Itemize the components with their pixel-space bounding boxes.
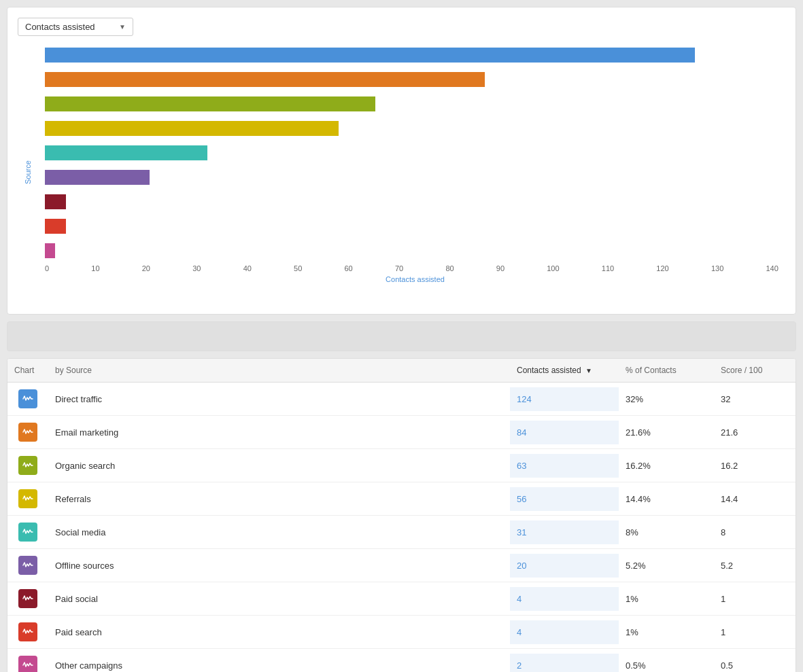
table-row: Other campaigns20.5%0.5 <box>7 649 796 672</box>
dropdown-label: Contacts assisted <box>25 22 95 32</box>
x-axis-tick: 40 <box>243 264 252 272</box>
source-name-cell: Paid social <box>48 587 510 611</box>
x-axis-tick: 100 <box>547 264 559 272</box>
chart-icon-cell <box>7 649 48 672</box>
table-row: Social media318%8 <box>7 516 796 549</box>
score-cell: 32 <box>714 387 796 411</box>
x-axis-tick: 50 <box>294 264 302 272</box>
score-cell: 1 <box>714 587 796 611</box>
percent-cell: 32% <box>619 387 714 411</box>
source-name-cell: Paid search <box>48 620 510 644</box>
x-axis-tick: 0 <box>45 264 49 272</box>
table-panel: Chart by Source Contacts assisted ▼ % of… <box>7 358 796 672</box>
table-row: Offline sources205.2%5.2 <box>7 549 796 582</box>
percent-cell: 14.4% <box>619 487 714 511</box>
y-axis-label: Source <box>24 164 32 184</box>
percent-cell: 21.6% <box>619 421 714 444</box>
percent-cell: 1% <box>619 620 714 644</box>
table-row: Referrals5614.4%14.4 <box>7 482 796 516</box>
source-icon <box>18 489 37 508</box>
chart-icon-cell <box>7 549 48 582</box>
score-cell: 16.2 <box>714 454 796 478</box>
table-row: Direct traffic12432%32 <box>7 383 796 416</box>
bar-row <box>45 118 779 139</box>
table-row: Paid social41%1 <box>7 582 796 616</box>
score-cell: 1 <box>714 620 796 644</box>
bar-row <box>45 142 779 164</box>
x-axis-tick: 60 <box>345 264 353 272</box>
chevron-down-icon: ▼ <box>119 23 126 31</box>
table-row: Email marketing8421.6%21.6 <box>7 416 796 449</box>
bar <box>45 72 485 87</box>
source-icon <box>18 622 37 641</box>
score-cell: 21.6 <box>714 421 796 444</box>
header-source: by Source <box>48 366 510 375</box>
score-cell: 0.5 <box>714 654 796 673</box>
score-cell: 5.2 <box>714 554 796 578</box>
x-axis-tick: 10 <box>91 264 99 272</box>
bar-row <box>45 215 779 237</box>
x-axis-label: Contacts assisted <box>45 275 785 283</box>
x-axis-tick: 120 <box>656 264 668 272</box>
source-name-cell: Referrals <box>48 487 510 511</box>
table-row: Paid search41%1 <box>7 616 796 649</box>
source-name-cell: Other campaigns <box>48 654 510 673</box>
dropdown-container: Contacts assisted ▼ <box>18 18 785 36</box>
header-percent: % of Contacts <box>619 366 714 375</box>
bar <box>45 194 66 209</box>
source-name-cell: Offline sources <box>48 554 510 578</box>
x-axis-tick: 70 <box>395 264 403 272</box>
metric-cell: 2 <box>510 654 619 673</box>
chart-icon-cell <box>7 582 48 615</box>
metric-cell: 84 <box>510 421 619 444</box>
table-body: Direct traffic12432%32 Email marketing84… <box>7 383 796 672</box>
x-axis-tick: 20 <box>142 264 150 272</box>
metric-cell: 4 <box>510 620 619 644</box>
metric-dropdown[interactable]: Contacts assisted ▼ <box>18 18 133 36</box>
table-row: Organic search6316.2%16.2 <box>7 449 796 482</box>
table-header: Chart by Source Contacts assisted ▼ % of… <box>7 359 796 383</box>
source-name-cell: Email marketing <box>48 421 510 444</box>
metric-cell: 4 <box>510 587 619 611</box>
bar <box>45 219 66 234</box>
bar <box>45 243 55 258</box>
bar <box>45 48 695 63</box>
chart-icon-cell <box>7 616 48 648</box>
bar <box>45 121 339 136</box>
x-axis-tick: 130 <box>711 264 723 272</box>
header-chart: Chart <box>7 366 48 375</box>
source-icon <box>18 523 37 542</box>
percent-cell: 8% <box>619 520 714 544</box>
source-name-cell: Social media <box>48 520 510 544</box>
separator-panel <box>7 321 796 351</box>
sort-arrow-icon: ▼ <box>585 367 592 374</box>
x-axis: 0102030405060708090100110120130140 <box>45 264 785 272</box>
bar-row <box>45 93 779 115</box>
x-axis-tick: 90 <box>496 264 505 272</box>
metric-cell: 56 <box>510 487 619 511</box>
score-cell: 14.4 <box>714 487 796 511</box>
source-name-cell: Organic search <box>48 454 510 478</box>
bar-row <box>45 166 779 188</box>
header-metric[interactable]: Contacts assisted ▼ <box>510 366 619 375</box>
bar-chart-area: Source 010203040506070809010011012013014… <box>18 44 785 304</box>
x-axis-tick: 110 <box>602 264 614 272</box>
chart-body: 0102030405060708090100110120130140 Conta… <box>45 44 785 283</box>
percent-cell: 1% <box>619 587 714 611</box>
bar <box>45 145 207 160</box>
source-icon <box>18 423 37 442</box>
source-icon <box>18 589 37 608</box>
bar-row <box>45 240 779 262</box>
chart-icon-cell <box>7 383 48 415</box>
chart-panel: Contacts assisted ▼ Source 0102030405060… <box>7 7 796 315</box>
chart-icon-cell <box>7 449 48 482</box>
bar-row <box>45 44 779 66</box>
metric-cell: 20 <box>510 554 619 578</box>
percent-cell: 0.5% <box>619 654 714 673</box>
bar-row <box>45 69 779 90</box>
source-name-cell: Direct traffic <box>48 387 510 411</box>
score-cell: 8 <box>714 520 796 544</box>
bar <box>45 170 150 185</box>
source-icon <box>18 656 37 672</box>
metric-cell: 31 <box>510 520 619 544</box>
